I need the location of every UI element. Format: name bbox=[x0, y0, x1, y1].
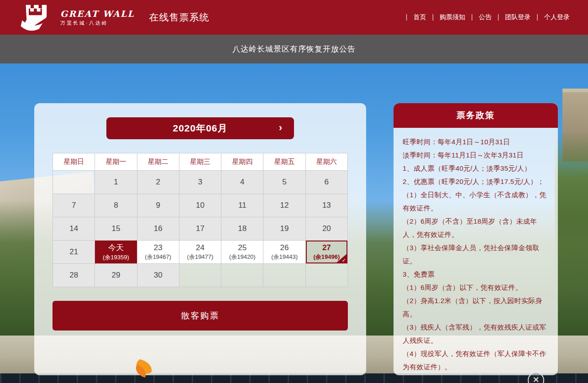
calendar-cell bbox=[53, 171, 95, 194]
date-number: 9 bbox=[156, 201, 160, 210]
weekday-label: 星期一 bbox=[95, 153, 137, 171]
calendar-panel: 2020年06月 › 星期日星期一星期二星期三星期四星期五星期六 bbox=[34, 103, 366, 375]
calendar-table: 星期日星期一星期二星期三星期四星期五星期六 1 bbox=[52, 153, 348, 287]
announcement-link[interactable]: 八达岭长城景区有序恢复开放公告 bbox=[232, 44, 356, 54]
calendar-cell: 30 bbox=[137, 264, 179, 287]
date-number: 6 bbox=[325, 178, 329, 187]
calendar-cell: 20 bbox=[306, 217, 348, 241]
mascot-flame-icon bbox=[133, 358, 154, 383]
date-number: 30 bbox=[154, 271, 163, 280]
calendar-cell[interactable]: 25 (余19420) bbox=[221, 241, 263, 264]
date-number: 8 bbox=[114, 201, 118, 210]
policy-line: （3）享社会保障金人员，凭社会保障金领取证。 bbox=[403, 241, 549, 268]
date-number: 28 bbox=[69, 271, 78, 280]
weekday-label: 星期三 bbox=[179, 153, 221, 171]
weekday-label: 星期二 bbox=[137, 153, 179, 171]
date-number: 26 bbox=[280, 243, 289, 252]
policy-header: 票务政策 bbox=[394, 103, 558, 128]
date-number: 3 bbox=[198, 178, 202, 187]
calendar-cell: 15 bbox=[95, 217, 137, 241]
weekday-label: 星期日 bbox=[53, 153, 95, 171]
calendar-cell: 21 bbox=[53, 241, 95, 264]
calendar-cell: 14 bbox=[53, 217, 95, 241]
calendar-cell[interactable]: 24 (余19477) bbox=[179, 241, 221, 264]
remaining-count: (余19443) bbox=[271, 253, 298, 261]
app-header: GREAT WALL 万里长城·八达岭 在线售票系统 首页购票须知公告团队登录个… bbox=[0, 0, 588, 35]
main-nav: 首页购票须知公告团队登录个人登录 bbox=[400, 13, 570, 21]
date-number: 14 bbox=[69, 224, 78, 233]
date-number: 29 bbox=[111, 271, 120, 280]
brand-text: GREAT WALL 万里长城·八达岭 bbox=[60, 9, 135, 26]
date-number: 4 bbox=[240, 178, 244, 187]
policy-line: （3）残疾人（含军残），凭有效残疾人证或军人残疾证。 bbox=[403, 320, 549, 347]
date-number: 11 bbox=[238, 201, 247, 210]
greatwall-logo-icon bbox=[16, 3, 56, 32]
nav-item[interactable]: 公告 bbox=[465, 13, 492, 21]
month-label: 2020年06月 bbox=[173, 122, 227, 135]
calendar-cell: 5 bbox=[263, 171, 305, 194]
calendar-cell[interactable]: 27 (余19496) bbox=[306, 241, 348, 264]
next-month-arrow-icon[interactable]: › bbox=[279, 122, 282, 134]
calendar-cell: 18 bbox=[221, 217, 263, 241]
calendar-cell: 17 bbox=[179, 217, 221, 241]
calendar-cell bbox=[221, 264, 263, 287]
calendar-cell: 9 bbox=[137, 194, 179, 217]
month-selector-button[interactable]: 2020年06月 › bbox=[106, 117, 294, 139]
calendar-cell bbox=[263, 264, 305, 287]
date-number: 17 bbox=[196, 224, 205, 233]
calendar-cell bbox=[179, 264, 221, 287]
ticket-policy-panel: 票务政策 旺季时间：每年4月1日～10月31日淡季时间：每年11月1日～次年3月… bbox=[394, 103, 558, 375]
date-number: 18 bbox=[238, 224, 247, 233]
main-area: 2020年06月 › 星期日星期一星期二星期三星期四星期五星期六 bbox=[0, 63, 588, 383]
date-number: 今天 bbox=[108, 242, 124, 253]
calendar-cell[interactable]: 26 (余19443) bbox=[263, 241, 305, 264]
date-number: 5 bbox=[282, 178, 286, 187]
remaining-count: (余19420) bbox=[229, 253, 256, 261]
weekday-label: 星期四 bbox=[221, 153, 263, 171]
policy-line: 1、成人票（旺季40元/人；淡季35元/人） bbox=[403, 162, 549, 175]
policy-title: 票务政策 bbox=[457, 110, 495, 121]
individual-purchase-button[interactable]: 散客购票 bbox=[52, 301, 348, 331]
remaining-count: (余19496) bbox=[313, 253, 340, 261]
calendar-cell: 1 bbox=[95, 171, 137, 194]
nav-item[interactable]: 个人登录 bbox=[530, 13, 570, 21]
weekday-label: 星期六 bbox=[306, 153, 348, 171]
calendar-cell[interactable]: 今天 (余19359) bbox=[95, 241, 137, 264]
calendar-cell: 12 bbox=[263, 194, 305, 217]
calendar-cell: 29 bbox=[95, 264, 137, 287]
date-number: 7 bbox=[72, 201, 76, 210]
calendar-cell: 4 bbox=[221, 171, 263, 194]
date-number: 19 bbox=[280, 224, 289, 233]
date-number: 2 bbox=[156, 178, 160, 187]
page: GREAT WALL 万里长城·八达岭 在线售票系统 首页购票须知公告团队登录个… bbox=[0, 0, 588, 383]
calendar-cell: 19 bbox=[263, 217, 305, 241]
nav-item[interactable]: 首页 bbox=[400, 13, 426, 21]
remaining-count: (余19467) bbox=[145, 253, 171, 261]
calendar-cell: 10 bbox=[179, 194, 221, 217]
brand-subtitle: 万里长城·八达岭 bbox=[60, 20, 135, 26]
date-number: 20 bbox=[322, 224, 331, 233]
calendar-cell: 28 bbox=[53, 264, 95, 287]
calendar-grid: 1 2 3 4 bbox=[53, 171, 348, 287]
policy-line: （1）6周岁（含）以下，凭有效证件。 bbox=[403, 281, 549, 294]
date-number: 10 bbox=[196, 201, 205, 210]
calendar-cell: 6 bbox=[306, 171, 348, 194]
date-number: 24 bbox=[196, 243, 205, 252]
date-number: 16 bbox=[154, 224, 163, 233]
policy-line: （4）现役军人，凭有效证件（军人保障卡不作为有效证件）。 bbox=[403, 347, 549, 373]
calendar-cell: 3 bbox=[179, 171, 221, 194]
calendar-cell: 13 bbox=[306, 194, 348, 217]
close-icon: ✕ bbox=[532, 376, 539, 383]
policy-body: 旺季时间：每年4月1日～10月31日淡季时间：每年11月1日～次年3月31日1、… bbox=[394, 128, 558, 375]
weekday-label: 星期五 bbox=[263, 153, 305, 171]
remaining-count: (余19477) bbox=[187, 253, 214, 261]
brand-name: GREAT WALL bbox=[60, 9, 135, 19]
nav-item[interactable]: 购票须知 bbox=[426, 13, 465, 21]
date-number: 23 bbox=[154, 243, 163, 252]
nav-item[interactable]: 团队登录 bbox=[492, 13, 531, 21]
date-number: 15 bbox=[111, 224, 120, 233]
brand: GREAT WALL 万里长城·八达岭 bbox=[16, 3, 143, 32]
date-number: 13 bbox=[322, 201, 331, 210]
calendar-cell[interactable]: 23 (余19467) bbox=[137, 241, 179, 264]
policy-line: 2、优惠票（旺季20元/人；淡季17.5元/人）； bbox=[403, 175, 549, 188]
